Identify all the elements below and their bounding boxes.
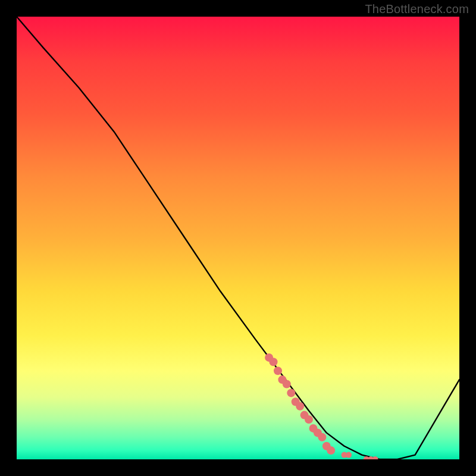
highlight-dot bbox=[305, 415, 313, 424]
chart-container: TheBottleneck.com bbox=[0, 0, 476, 476]
highlight-dot bbox=[274, 367, 282, 375]
highlight-dot bbox=[372, 456, 378, 459]
series-curve bbox=[17, 17, 459, 459]
plot-area bbox=[17, 17, 459, 459]
highlight-dot bbox=[283, 380, 291, 389]
highlight-dot bbox=[296, 402, 304, 411]
highlight-dot bbox=[327, 446, 335, 455]
highlight-dot bbox=[287, 389, 295, 397]
highlight-dot bbox=[346, 452, 352, 458]
chart-svg bbox=[17, 17, 459, 459]
highlight-dot bbox=[318, 433, 326, 441]
highlight-dots bbox=[265, 353, 378, 459]
highlight-dot bbox=[270, 358, 278, 366]
watermark-label: TheBottleneck.com bbox=[365, 2, 469, 16]
